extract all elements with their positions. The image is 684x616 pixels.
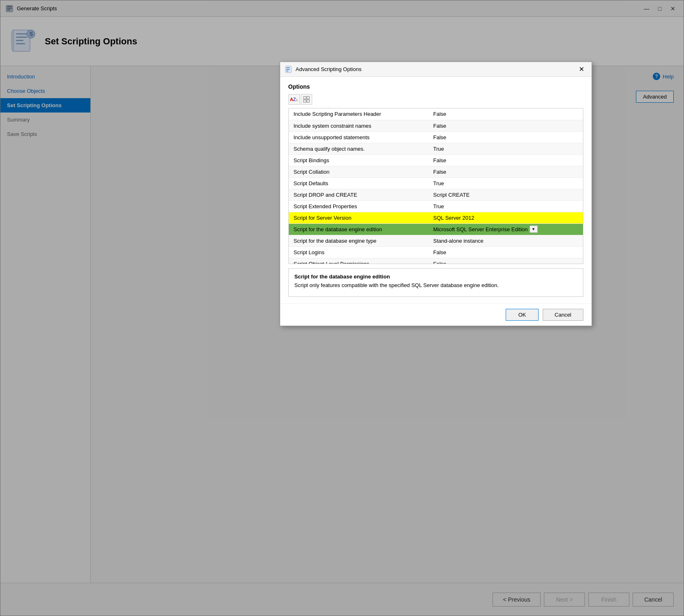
ok-button[interactable]: OK bbox=[506, 309, 539, 321]
table-row[interactable]: Script DROP and CREATEScript CREATE bbox=[289, 189, 583, 200]
grid-icon-button[interactable] bbox=[301, 94, 312, 105]
svg-rect-14 bbox=[286, 71, 288, 71]
modal-footer: OK Cancel bbox=[280, 303, 592, 326]
svg-rect-15 bbox=[304, 97, 306, 99]
modal-icon bbox=[285, 66, 292, 73]
dropdown-arrow-icon[interactable]: ▼ bbox=[530, 225, 538, 233]
svg-rect-17 bbox=[304, 100, 306, 102]
modal-close-button[interactable]: ✕ bbox=[577, 64, 587, 74]
options-table: Include Scripting Parameters HeaderFalse… bbox=[289, 108, 583, 264]
table-row[interactable]: Include unsupported statementsFalse bbox=[289, 131, 583, 143]
svg-rect-12 bbox=[286, 67, 290, 68]
table-row[interactable]: Schema qualify object names.True bbox=[289, 143, 583, 154]
svg-rect-18 bbox=[307, 100, 309, 102]
table-row[interactable]: Script for the database engine typeStand… bbox=[289, 235, 583, 246]
modal-body: Options AZ↓ I bbox=[280, 77, 592, 303]
advanced-scripting-options-dialog: Advanced Scripting Options ✕ Options AZ↓ bbox=[280, 62, 592, 326]
table-row[interactable]: Include system constraint namesFalse bbox=[289, 120, 583, 131]
svg-rect-13 bbox=[286, 69, 290, 70]
table-row[interactable]: Script DefaultsTrue bbox=[289, 177, 583, 189]
modal-titlebar: Advanced Scripting Options ✕ bbox=[280, 62, 592, 77]
options-label: Options bbox=[288, 83, 583, 90]
table-row[interactable]: Script BindingsFalse bbox=[289, 154, 583, 166]
table-row[interactable]: Script LoginsFalse bbox=[289, 246, 583, 258]
toolbar-icons: AZ↓ bbox=[288, 94, 583, 105]
table-row[interactable]: Script Object-Level PermissionsFalse bbox=[289, 258, 583, 264]
table-row[interactable]: Include Scripting Parameters HeaderFalse bbox=[289, 108, 583, 120]
options-table-container[interactable]: Include Scripting Parameters HeaderFalse… bbox=[288, 108, 583, 264]
modal-overlay: Advanced Scripting Options ✕ Options AZ↓ bbox=[0, 0, 684, 616]
description-title: Script for the database engine edition bbox=[295, 274, 577, 280]
modal-cancel-button[interactable]: Cancel bbox=[543, 309, 583, 321]
table-row[interactable]: Script for the database engine editionMi… bbox=[289, 223, 583, 235]
table-row[interactable]: Script CollationFalse bbox=[289, 166, 583, 177]
description-text: Script only features compatible with the… bbox=[295, 282, 577, 288]
sort-icon-button[interactable]: AZ↓ bbox=[288, 94, 300, 105]
table-row[interactable]: Script Extended PropertiesTrue bbox=[289, 200, 583, 212]
modal-title: Advanced Scripting Options bbox=[296, 66, 577, 72]
description-box: Script for the database engine edition S… bbox=[288, 268, 583, 297]
table-row[interactable]: Script for Server VersionSQL Server 2012 bbox=[289, 212, 583, 223]
svg-rect-16 bbox=[307, 97, 309, 99]
